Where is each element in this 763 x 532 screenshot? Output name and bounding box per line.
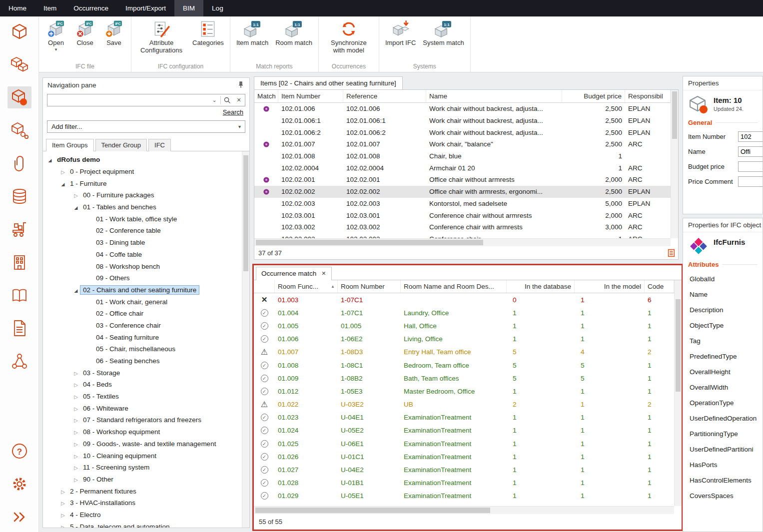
items-vertical-scrollbar[interactable] — [671, 90, 678, 238]
menu-tab[interactable]: Home — [0, 0, 35, 16]
tree-item[interactable]: 08 - Workshop bench — [43, 260, 249, 272]
tree-item[interactable]: 1 - Furniture — [43, 177, 249, 189]
column-header[interactable]: Responsibil — [625, 90, 671, 102]
occurrence-row[interactable]: 01.009 1-08B2 Bath, Team offices 5 5 1 — [254, 372, 674, 385]
search-link[interactable]: Search — [223, 108, 243, 116]
settings-icon[interactable] — [7, 473, 31, 495]
tree-item[interactable]: 01 - Work table, office style — [43, 213, 249, 225]
clear-search-icon[interactable]: ✕ — [233, 94, 245, 106]
tree-item[interactable]: 06 - Whiteware — [43, 402, 249, 414]
tree-item[interactable]: dRofus demo — [43, 154, 249, 166]
column-header[interactable]: ▲ — [254, 280, 275, 293]
expand-icon[interactable] — [7, 506, 31, 528]
occurrence-row[interactable]: 01.005 01.005 Hall, Office 1 1 1 — [254, 319, 674, 332]
tree-item[interactable]: 02 - Chairs and other seating furniture — [43, 284, 249, 296]
column-header[interactable]: Budget price — [562, 90, 625, 102]
occurrence-horizontal-scrollbar[interactable] — [254, 506, 674, 514]
item-row[interactable]: 102.02.002 102.02.002 Office chair with … — [254, 186, 671, 198]
item-row[interactable]: 102.03.003 102.03.003 Conference chair 1… — [254, 233, 671, 238]
tree-expander-icon[interactable] — [72, 464, 80, 471]
documents-icon[interactable] — [7, 317, 31, 339]
tree-item[interactable]: 07 - Standard refrigerators and freezers — [43, 414, 249, 426]
item-row[interactable]: 102.01.006:1 102.01.006:1 Work chair wit… — [254, 115, 671, 127]
tree-expander-icon[interactable] — [59, 180, 67, 187]
occurrence-vertical-scrollbar[interactable] — [674, 280, 682, 506]
model-cubes-icon[interactable] — [7, 53, 31, 75]
pin-icon[interactable] — [237, 81, 245, 89]
occurrence-row[interactable]: 01.012 1-05E3 Master Bedroom, Office 1 1… — [254, 385, 674, 398]
occurrence-row[interactable]: 01.022 U-03E2 UB 2 1 2 — [254, 398, 674, 411]
occurrence-row[interactable]: 01.023 U-04E1 ExaminationTreatment 1 1 1 — [254, 411, 674, 424]
property-input[interactable] — [738, 161, 763, 172]
occurrence-row[interactable]: 01.008 1-08C1 Bedroom, Team office 5 5 1 — [254, 359, 674, 372]
tree-item[interactable]: 00 - Furniture packages — [43, 189, 249, 201]
column-header[interactable]: In the database ▲ — [507, 280, 575, 293]
ribbon-button[interactable]: Close ▾ — [71, 18, 99, 52]
nav-tab[interactable]: IFC — [148, 139, 171, 151]
item-row[interactable]: 102.03.002 102.03.002 Conference chair w… — [254, 221, 671, 233]
ribbon-button[interactable]: Categories ▾ — [189, 18, 227, 52]
menu-tab[interactable]: Import/Export — [117, 0, 174, 16]
column-header[interactable]: Room Number ▲ — [338, 280, 401, 293]
occurrence-row[interactable]: 01.027 U-04E2 ExaminationTreatment 1 1 1 — [254, 463, 674, 476]
logistics-icon[interactable] — [7, 218, 31, 240]
tree-expander-icon[interactable] — [72, 393, 80, 400]
tree-item[interactable]: 4 - Electro — [43, 509, 249, 521]
item-row[interactable]: 102.02.003 102.02.003 Kontorstol, med sa… — [254, 198, 671, 210]
column-header[interactable]: Code ▲ — [645, 280, 674, 293]
menu-tab[interactable]: Occurrence — [65, 0, 117, 16]
occurrence-match-tab[interactable]: Occurrence match ✕ — [256, 267, 332, 280]
item-row[interactable]: 102.03.001 102.03.001 Conference chair w… — [254, 209, 671, 221]
tree-expander-icon[interactable] — [72, 191, 80, 199]
column-header[interactable]: Match — [254, 90, 278, 102]
tree-expander-icon[interactable] — [72, 203, 80, 211]
ribbon-button[interactable]: Synchronize with model ▾ — [322, 18, 376, 60]
item-row[interactable]: 102.01.006:2 102.01.006:2 Work chair wit… — [254, 126, 671, 138]
tree-item[interactable]: 11 - Screening system — [43, 462, 249, 474]
building-icon[interactable] — [7, 251, 31, 273]
tree-item[interactable]: 09 - Goods-, waste- and textile manageme… — [43, 438, 249, 450]
column-header[interactable]: Item Number — [278, 90, 343, 102]
property-input[interactable] — [738, 131, 763, 142]
occurrence-row[interactable]: 01.029 U-05E1 ExaminationTreatment 1 1 1 — [254, 490, 674, 503]
occurrence-row[interactable]: 01.003 1-07C1 0 1 6 — [254, 293, 674, 306]
occurrence-row[interactable]: 01.026 U-01C1 ExaminationTreatment 1 1 1 — [254, 450, 674, 463]
ribbon-button[interactable]: Item match ▾ — [233, 18, 271, 52]
tree-item[interactable]: 02 - Conference table — [43, 225, 249, 237]
tree-item[interactable]: 05 - Textiles — [43, 391, 249, 403]
tree-item[interactable]: 04 - Beds — [43, 379, 249, 391]
tree-expander-icon[interactable] — [59, 523, 67, 528]
items-tab[interactable]: Items [02 - Chairs and other seating fur… — [254, 76, 403, 89]
nav-tab[interactable]: Item Groups — [46, 139, 94, 151]
column-header[interactable]: Name — [426, 90, 562, 102]
tree-item[interactable]: 03 - Storage — [43, 367, 249, 379]
tree-expander-icon[interactable] — [72, 428, 80, 436]
search-input[interactable] — [47, 94, 208, 106]
tree-item[interactable]: 05 - Chair, mischellaneous — [43, 343, 249, 355]
tree-item[interactable]: 03 - Dining table — [43, 237, 249, 249]
chevron-down-icon[interactable]: ⌄ — [208, 94, 220, 106]
occurrence-row[interactable]: 01.028 U-01B1 ExaminationTreatment 1 1 1 — [254, 477, 674, 490]
item-row[interactable]: 102.01.008 102.01.008 Chair, blue 1 — [254, 150, 671, 162]
menu-tab[interactable]: Log — [203, 0, 232, 16]
tree-item[interactable]: 06 - Seating benches — [43, 355, 249, 367]
column-header[interactable]: Room Func... ▲ — [275, 280, 338, 293]
tree-item[interactable]: 90 - Other — [43, 474, 249, 486]
tree-item[interactable]: 02 - Office chair — [43, 308, 249, 320]
ribbon-button[interactable]: Import IFC ▾ — [382, 18, 419, 52]
ribbon-button[interactable]: Attribute Configurations ▾ — [134, 18, 188, 60]
tree-expander-icon[interactable] — [59, 168, 67, 175]
nav-tab[interactable]: Tender Group — [95, 139, 147, 151]
relations-icon[interactable] — [7, 350, 31, 372]
linked-items-icon[interactable] — [7, 119, 31, 141]
ribbon-button[interactable]: Room match ▾ — [272, 18, 315, 52]
tree-item[interactable]: 03 - Conference chair — [43, 320, 249, 332]
tree-expander-icon[interactable] — [72, 416, 80, 424]
attachments-icon[interactable] — [7, 152, 31, 174]
occurrence-row[interactable]: 01.024 U-05E2 ExaminationTreatment 1 1 1 — [254, 424, 674, 437]
help-icon[interactable] — [7, 440, 31, 462]
tree-expander-icon[interactable] — [72, 381, 80, 388]
tree-item[interactable]: 3 - HVAC-installations — [43, 497, 249, 509]
add-filter-dropdown[interactable]: Add filter... ▾ — [47, 120, 245, 133]
catalog-icon[interactable] — [7, 284, 31, 306]
